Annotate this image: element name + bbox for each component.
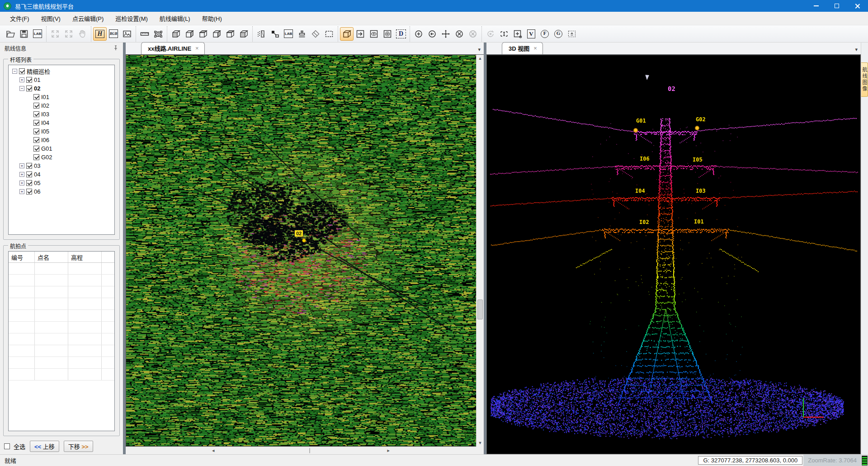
tree-item-G01[interactable]: G01: [9, 144, 114, 153]
view-top-button[interactable]: [223, 27, 237, 41]
fit-height-button[interactable]: [497, 27, 511, 41]
scroll-thumb-h[interactable]: [309, 448, 310, 453]
plus-expander-icon[interactable]: +: [19, 172, 24, 177]
g-tool-button[interactable]: G: [552, 27, 565, 41]
tree-item-I05[interactable]: I05: [9, 127, 114, 136]
scroll-down-icon[interactable]: ▼: [476, 439, 484, 447]
close-tab-icon[interactable]: ×: [533, 45, 537, 52]
minus-expander-icon[interactable]: −: [12, 69, 17, 74]
classify-building-button[interactable]: [255, 27, 268, 41]
save-file-button[interactable]: [17, 27, 31, 41]
open-file-button[interactable]: [4, 27, 17, 41]
checkbox[interactable]: [4, 443, 10, 449]
checkbox[interactable]: [26, 86, 32, 91]
select-all-checkbox[interactable]: 全选: [4, 442, 25, 451]
scroll-left-icon[interactable]: ◄: [126, 447, 301, 454]
scroll-track[interactable]: [476, 62, 484, 439]
plus-expander-icon[interactable]: +: [19, 163, 24, 168]
checkbox[interactable]: [33, 137, 39, 143]
tree-item-I06[interactable]: I06: [9, 136, 114, 144]
move-point-button[interactable]: [439, 27, 453, 41]
view-back-button[interactable]: [183, 27, 196, 41]
airline-2d-canvas[interactable]: [126, 55, 476, 446]
tree-item-06[interactable]: +06: [9, 187, 114, 196]
route-image-vertical-tab[interactable]: 航线图像: [861, 62, 868, 97]
add-point-button[interactable]: [412, 27, 425, 41]
column-header-1[interactable]: 点名: [35, 252, 68, 262]
tree-item-03[interactable]: +03: [9, 162, 114, 170]
view-right-button[interactable]: [210, 27, 223, 41]
tree-item-04[interactable]: +04: [9, 170, 114, 179]
menu-view[interactable]: 视图(V): [37, 12, 65, 25]
tree-item-I01[interactable]: I01: [9, 93, 114, 101]
f-tool-button[interactable]: F: [538, 27, 552, 41]
menu-inspection-settings[interactable]: 巡检设置(M): [111, 12, 152, 25]
column-header-0[interactable]: 编号: [9, 252, 35, 262]
column-header-2[interactable]: 高程: [68, 252, 102, 262]
v-tool-button[interactable]: V: [524, 27, 538, 41]
rect-select-button[interactable]: [322, 27, 336, 41]
close-button[interactable]: [847, 0, 868, 12]
tree-item-05[interactable]: +05: [9, 179, 114, 187]
image-colormode-button[interactable]: [120, 27, 134, 41]
tree-item-I04[interactable]: I04: [9, 119, 114, 127]
tab-airline[interactable]: xx线路.AIRLINE ×: [141, 42, 205, 54]
tree-item-精细巡检[interactable]: −精细巡检: [9, 67, 114, 76]
plus-expander-icon[interactable]: +: [19, 77, 24, 82]
tab-3d-view[interactable]: 3D 视图 ×: [502, 42, 543, 54]
prev-point-button[interactable]: [425, 27, 439, 41]
plus-expander-icon[interactable]: +: [19, 181, 24, 185]
checkbox[interactable]: [26, 189, 32, 195]
checkbox[interactable]: [33, 154, 39, 160]
checkbox[interactable]: [33, 120, 39, 126]
checkbox[interactable]: [33, 103, 39, 109]
menu-route-edit[interactable]: 航线编辑(L): [155, 12, 195, 25]
tree-item-I03[interactable]: I03: [9, 110, 114, 119]
checkbox[interactable]: [26, 163, 32, 169]
view3d-viewport[interactable]: 02G01G02I06I05I04I03I02I01: [486, 55, 861, 454]
cube-select-button[interactable]: [340, 27, 354, 41]
move-up-button[interactable]: << 上移: [30, 441, 59, 452]
move-down-button[interactable]: 下移 >>: [64, 441, 93, 452]
menu-file[interactable]: 文件(F): [5, 12, 34, 25]
minimize-button[interactable]: [806, 0, 826, 12]
checkbox[interactable]: [26, 77, 32, 83]
pin-icon[interactable]: [113, 45, 118, 51]
pick-region-button[interactable]: [565, 27, 579, 41]
checkbox[interactable]: [19, 68, 25, 74]
plus-expander-icon[interactable]: +: [19, 189, 24, 194]
view-selection-button[interactable]: [367, 27, 381, 41]
height-colormode-button[interactable]: H: [93, 27, 107, 41]
checkbox[interactable]: [26, 171, 32, 177]
checkbox[interactable]: [33, 94, 39, 100]
measure-area-button[interactable]: [151, 27, 165, 41]
tree-item-I02[interactable]: I02: [9, 101, 114, 110]
delete-point-button[interactable]: [453, 27, 466, 41]
tab-list-dropdown-icon[interactable]: ▾: [478, 47, 481, 52]
maximize-button[interactable]: [826, 0, 847, 12]
tree-item-01[interactable]: +01: [9, 76, 114, 84]
tab-list-dropdown-icon[interactable]: ▾: [855, 47, 858, 52]
checkbox[interactable]: [33, 146, 39, 152]
profile-tool-button[interactable]: D: [394, 27, 408, 41]
label-tool-button[interactable]: LAB: [282, 27, 295, 41]
locate-selection-button[interactable]: [381, 27, 394, 41]
add-frame-button[interactable]: [511, 27, 524, 41]
view-front-button[interactable]: [169, 27, 183, 41]
view-bottom-button[interactable]: [237, 27, 250, 41]
horizontal-scrollbar[interactable]: ◄ ►: [126, 447, 476, 454]
close-tab-icon[interactable]: ×: [195, 45, 199, 52]
export-lab-button[interactable]: LAB: [31, 27, 44, 41]
rgb-colormode-button[interactable]: RGB: [107, 27, 120, 41]
tree-item-G02[interactable]: G02: [9, 153, 114, 162]
scroll-up-icon[interactable]: ▲: [476, 55, 484, 62]
checkbox[interactable]: [26, 180, 32, 186]
tower-marker-badge[interactable]: 02: [294, 230, 303, 237]
airline-2d-view[interactable]: 02: [126, 55, 476, 447]
menu-help[interactable]: 帮助(H): [198, 12, 226, 25]
tree-item-02[interactable]: −02: [9, 84, 114, 93]
checkbox[interactable]: [33, 111, 39, 117]
export-selection-button[interactable]: [354, 27, 367, 41]
view-left-button[interactable]: [196, 27, 210, 41]
link-node-button[interactable]: [268, 27, 282, 41]
